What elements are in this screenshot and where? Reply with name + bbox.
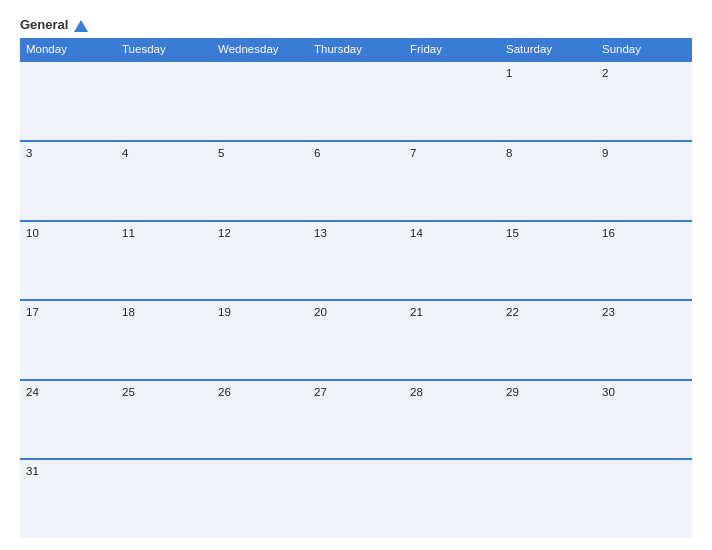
calendar-day-11: 11 bbox=[116, 222, 212, 300]
calendar-day-19: 19 bbox=[212, 301, 308, 379]
calendar-day-25: 25 bbox=[116, 381, 212, 459]
day-number: 10 bbox=[26, 227, 39, 239]
calendar-day-24: 24 bbox=[20, 381, 116, 459]
calendar-empty-cell bbox=[116, 62, 212, 140]
logo: General bbox=[20, 18, 88, 32]
calendar-day-1: 1 bbox=[500, 62, 596, 140]
day-number: 7 bbox=[410, 147, 416, 159]
calendar-empty-cell bbox=[212, 460, 308, 538]
calendar-day-22: 22 bbox=[500, 301, 596, 379]
day-of-week-tuesday: Tuesday bbox=[116, 38, 212, 60]
calendar-row-5: 31 bbox=[20, 458, 692, 538]
calendar-empty-cell bbox=[212, 62, 308, 140]
day-number: 17 bbox=[26, 306, 39, 318]
calendar-day-23: 23 bbox=[596, 301, 692, 379]
day-number: 3 bbox=[26, 147, 32, 159]
calendar-row-2: 10111213141516 bbox=[20, 220, 692, 300]
calendar: MondayTuesdayWednesdayThursdayFridaySatu… bbox=[20, 38, 692, 538]
calendar-empty-cell bbox=[596, 460, 692, 538]
calendar-day-21: 21 bbox=[404, 301, 500, 379]
day-number: 6 bbox=[314, 147, 320, 159]
calendar-empty-cell bbox=[116, 460, 212, 538]
calendar-body: 1234567891011121314151617181920212223242… bbox=[20, 60, 692, 538]
day-number: 5 bbox=[218, 147, 224, 159]
logo-triangle-icon bbox=[74, 20, 88, 32]
calendar-day-3: 3 bbox=[20, 142, 116, 220]
day-number: 19 bbox=[218, 306, 231, 318]
day-number: 9 bbox=[602, 147, 608, 159]
day-number: 25 bbox=[122, 386, 135, 398]
calendar-day-29: 29 bbox=[500, 381, 596, 459]
day-of-week-sunday: Sunday bbox=[596, 38, 692, 60]
calendar-empty-cell bbox=[308, 460, 404, 538]
day-number: 8 bbox=[506, 147, 512, 159]
day-of-week-thursday: Thursday bbox=[308, 38, 404, 60]
day-number: 29 bbox=[506, 386, 519, 398]
day-number: 12 bbox=[218, 227, 231, 239]
day-number: 11 bbox=[122, 227, 135, 239]
calendar-empty-cell bbox=[404, 460, 500, 538]
calendar-day-30: 30 bbox=[596, 381, 692, 459]
calendar-day-18: 18 bbox=[116, 301, 212, 379]
day-number: 26 bbox=[218, 386, 231, 398]
day-number: 1 bbox=[506, 67, 512, 79]
day-number: 30 bbox=[602, 386, 615, 398]
calendar-row-3: 17181920212223 bbox=[20, 299, 692, 379]
calendar-day-17: 17 bbox=[20, 301, 116, 379]
calendar-row-0: 12 bbox=[20, 60, 692, 140]
calendar-day-31: 31 bbox=[20, 460, 116, 538]
day-number: 15 bbox=[506, 227, 519, 239]
day-number: 18 bbox=[122, 306, 135, 318]
calendar-day-2: 2 bbox=[596, 62, 692, 140]
calendar-day-10: 10 bbox=[20, 222, 116, 300]
calendar-empty-cell bbox=[308, 62, 404, 140]
calendar-row-1: 3456789 bbox=[20, 140, 692, 220]
calendar-day-7: 7 bbox=[404, 142, 500, 220]
calendar-header: MondayTuesdayWednesdayThursdayFridaySatu… bbox=[20, 38, 692, 60]
day-number: 22 bbox=[506, 306, 519, 318]
day-number: 20 bbox=[314, 306, 327, 318]
day-number: 24 bbox=[26, 386, 39, 398]
logo-general-text: General bbox=[20, 18, 88, 32]
calendar-day-8: 8 bbox=[500, 142, 596, 220]
day-number: 23 bbox=[602, 306, 615, 318]
day-number: 4 bbox=[122, 147, 128, 159]
day-of-week-friday: Friday bbox=[404, 38, 500, 60]
calendar-day-6: 6 bbox=[308, 142, 404, 220]
page-header: General bbox=[20, 18, 692, 32]
calendar-empty-cell bbox=[20, 62, 116, 140]
calendar-day-16: 16 bbox=[596, 222, 692, 300]
day-of-week-saturday: Saturday bbox=[500, 38, 596, 60]
calendar-empty-cell bbox=[500, 460, 596, 538]
calendar-row-4: 24252627282930 bbox=[20, 379, 692, 459]
calendar-day-26: 26 bbox=[212, 381, 308, 459]
calendar-page: General MondayTuesdayWednesdayThursdayFr… bbox=[0, 0, 712, 550]
calendar-day-20: 20 bbox=[308, 301, 404, 379]
day-number: 14 bbox=[410, 227, 423, 239]
calendar-day-28: 28 bbox=[404, 381, 500, 459]
calendar-day-14: 14 bbox=[404, 222, 500, 300]
day-number: 16 bbox=[602, 227, 615, 239]
day-of-week-monday: Monday bbox=[20, 38, 116, 60]
day-number: 27 bbox=[314, 386, 327, 398]
calendar-day-4: 4 bbox=[116, 142, 212, 220]
day-number: 31 bbox=[26, 465, 39, 477]
calendar-day-12: 12 bbox=[212, 222, 308, 300]
calendar-day-27: 27 bbox=[308, 381, 404, 459]
calendar-day-9: 9 bbox=[596, 142, 692, 220]
calendar-empty-cell bbox=[404, 62, 500, 140]
day-number: 21 bbox=[410, 306, 423, 318]
calendar-day-5: 5 bbox=[212, 142, 308, 220]
day-of-week-wednesday: Wednesday bbox=[212, 38, 308, 60]
calendar-day-15: 15 bbox=[500, 222, 596, 300]
day-number: 28 bbox=[410, 386, 423, 398]
day-number: 2 bbox=[602, 67, 608, 79]
calendar-day-13: 13 bbox=[308, 222, 404, 300]
day-number: 13 bbox=[314, 227, 327, 239]
